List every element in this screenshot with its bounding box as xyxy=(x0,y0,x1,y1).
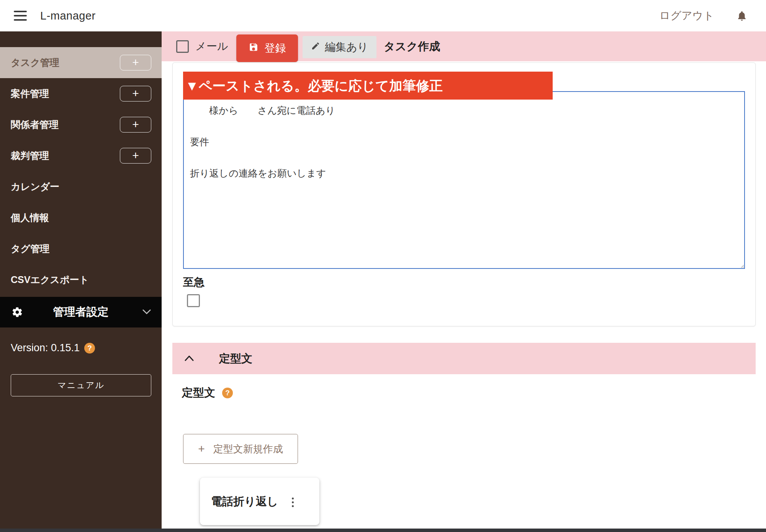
bottom-window-edge xyxy=(0,529,766,532)
edited-status-chip: 編集あり xyxy=(303,36,376,58)
sidebar-item-tag-management[interactable]: タグ管理 xyxy=(0,233,162,264)
manual-button[interactable]: マニュアル xyxy=(11,374,151,396)
notification-bell-icon[interactable] xyxy=(736,10,748,22)
chevron-up-icon[interactable] xyxy=(185,355,194,362)
version-help-icon[interactable]: ? xyxy=(84,343,95,354)
save-icon xyxy=(249,42,259,55)
template-card[interactable]: 電話折り返し xyxy=(200,478,319,525)
urgent-label: 至急 xyxy=(183,275,205,290)
template-help-icon[interactable]: ? xyxy=(222,388,233,398)
sidebar-item-label: タスク管理 xyxy=(11,57,59,68)
sidebar-item-personal-info[interactable]: 個人情報 xyxy=(0,202,162,233)
sidebar-item-label: タグ管理 xyxy=(11,243,49,254)
sidebar-item-label: 裁判管理 xyxy=(11,150,49,161)
kebab-menu-icon[interactable] xyxy=(289,494,296,510)
sidebar-item-label: カレンダー xyxy=(11,181,59,192)
sidebar-item-label: CSVエクスポート xyxy=(11,274,89,285)
logout-button[interactable]: ログアウト xyxy=(660,0,714,31)
template-section-title: 定型文 xyxy=(219,343,252,374)
urgent-checkbox[interactable] xyxy=(187,294,200,307)
create-template-label: 定型文新規作成 xyxy=(213,442,283,456)
sidebar-item-label: 関係者管理 xyxy=(11,119,59,130)
hamburger-menu-icon[interactable] xyxy=(14,9,28,22)
topbar: L-manager ログアウト xyxy=(0,0,766,31)
template-section-header[interactable]: 定型文 xyxy=(172,343,756,374)
trial-add-button[interactable]: + xyxy=(120,148,151,164)
sidebar-item-csv-export[interactable]: CSVエクスポート xyxy=(0,264,162,295)
version-row: Version: 0.15.1 ? xyxy=(11,342,95,354)
mail-checkbox-label: メール xyxy=(195,31,228,61)
main-content: メール 登録 編集あり タスク作成 ▼ペーストされる。必要に応じて加筆修正 様か… xyxy=(162,31,766,532)
admin-settings-label: 管理者設定 xyxy=(0,304,162,320)
create-template-button[interactable]: + 定型文新規作成 xyxy=(183,434,298,464)
task-add-button[interactable]: + xyxy=(120,55,151,70)
task-toolbar: メール 登録 編集あり タスク作成 xyxy=(162,31,766,61)
save-button[interactable]: 登録 xyxy=(236,34,298,62)
edited-status-label: 編集あり xyxy=(325,40,368,54)
template-label: 定型文 xyxy=(182,385,215,401)
pencil-icon xyxy=(311,41,320,53)
template-label-row: 定型文 ? xyxy=(182,385,233,401)
template-card-title: 電話折り返し xyxy=(211,478,278,525)
chevron-down-icon xyxy=(142,309,151,315)
version-text: Version: 0.15.1 xyxy=(11,342,80,354)
sidebar-item-stakeholder-management[interactable]: 関係者管理 + xyxy=(0,109,162,140)
sidebar-item-task-management[interactable]: タスク管理 + xyxy=(0,47,162,78)
sidebar-item-trial-management[interactable]: 裁判管理 + xyxy=(0,140,162,171)
paste-instruction-banner: ▼ペーストされる。必要に応じて加筆修正 xyxy=(183,72,553,100)
task-memo-textarea[interactable]: 様から さん宛に電話あり 要件 折り返しの連絡をお願いします xyxy=(183,91,745,269)
app-root: L-manager ログアウト タスク管理 + 案件管理 + 関係者管理 + 裁… xyxy=(0,0,766,532)
sidebar: タスク管理 + 案件管理 + 関係者管理 + 裁判管理 + カレンダー 個人情報… xyxy=(0,31,162,532)
sidebar-item-case-management[interactable]: 案件管理 + xyxy=(0,78,162,109)
save-button-label: 登録 xyxy=(265,41,286,56)
plus-icon: + xyxy=(198,442,205,455)
mail-checkbox[interactable] xyxy=(176,40,189,53)
page-title: タスク作成 xyxy=(384,31,440,61)
stakeholder-add-button[interactable]: + xyxy=(120,117,151,133)
sidebar-item-label: 個人情報 xyxy=(11,212,49,223)
sidebar-item-admin-settings[interactable]: 管理者設定 xyxy=(0,297,162,327)
sidebar-item-calendar[interactable]: カレンダー xyxy=(0,171,162,202)
case-add-button[interactable]: + xyxy=(120,86,151,101)
sidebar-item-label: 案件管理 xyxy=(11,88,49,99)
app-title: L-manager xyxy=(40,0,96,31)
